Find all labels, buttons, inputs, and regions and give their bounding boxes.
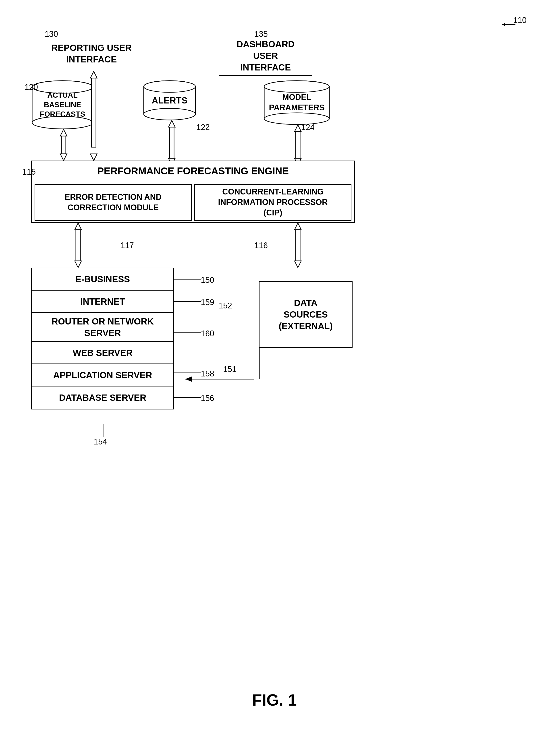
ref-154: 154 xyxy=(94,437,107,446)
model-parameters-cylinder: MODEL PARAMETERS xyxy=(263,80,330,125)
ref-115: 115 xyxy=(22,167,36,177)
arrow-pfe-to-datasources xyxy=(289,223,307,268)
webserver-row: WEB SERVER xyxy=(32,342,173,364)
arrow-model-params-vertical xyxy=(289,125,307,165)
reporting-ui-label: REPORTING USER INTERFACE xyxy=(51,42,132,65)
concurrent-learning-box: CONCURRENT-LEARNING INFORMATION PROCESSO… xyxy=(194,184,352,221)
ref-116: 116 xyxy=(254,241,268,250)
arrow-110 xyxy=(500,20,518,29)
alerts-cylinder: ALERTS xyxy=(143,80,196,120)
svg-marker-35 xyxy=(295,223,301,230)
svg-rect-30 xyxy=(296,132,300,158)
ref-159: 159 xyxy=(201,298,214,307)
svg-marker-1 xyxy=(502,23,505,26)
router-row: ROUTER OR NETWORK SERVER xyxy=(32,313,173,342)
svg-marker-29 xyxy=(295,125,301,132)
actual-baseline-cylinder: ACTUAL BASELINE FORECASTS xyxy=(31,80,94,129)
line-159 xyxy=(174,301,201,302)
svg-marker-25 xyxy=(90,154,97,161)
ref-122: 122 xyxy=(196,123,210,132)
svg-rect-36 xyxy=(296,230,300,261)
concurrent-learning-label: CONCURRENT-LEARNING INFORMATION PROCESSO… xyxy=(218,187,328,218)
router-label: ROUTER OR NETWORK SERVER xyxy=(52,316,154,339)
svg-marker-26 xyxy=(168,120,175,127)
ebusiness-row: E-BUSINESS xyxy=(32,268,173,291)
line-154 xyxy=(103,424,103,437)
svg-marker-22 xyxy=(60,154,67,161)
performance-engine-title: PERFORMANCE FORECASTING ENGINE xyxy=(32,161,354,181)
arrow-alerts-vertical xyxy=(163,120,181,165)
error-detection-label: ERROR DETECTION AND CORRECTION MODULE xyxy=(65,192,162,213)
ebusiness-label: E-BUSINESS xyxy=(75,273,130,285)
arrow-151 xyxy=(181,372,256,386)
ref-156: 156 xyxy=(201,394,214,403)
arrow-actual-baseline-vertical xyxy=(55,129,72,161)
ref-151: 151 xyxy=(223,365,236,374)
svg-rect-24 xyxy=(91,78,96,147)
line-160 xyxy=(174,332,201,333)
ref-150: 150 xyxy=(201,275,214,285)
appserver-label: APPLICATION SERVER xyxy=(53,369,152,381)
line-150 xyxy=(174,279,201,280)
svg-rect-27 xyxy=(169,127,174,158)
ref-152: 152 xyxy=(219,301,232,310)
alerts-label: ALERTS xyxy=(148,90,191,111)
svg-marker-20 xyxy=(60,129,67,136)
svg-rect-33 xyxy=(76,230,80,261)
dashboard-ui-box: DASHBOARD USER INTERFACE xyxy=(219,36,313,76)
ref-120: 120 xyxy=(25,83,38,92)
svg-rect-21 xyxy=(61,136,66,154)
ebusiness-stack: E-BUSINESS INTERNET ROUTER OR NETWORK SE… xyxy=(31,268,174,409)
svg-marker-34 xyxy=(75,261,81,268)
svg-marker-23 xyxy=(90,71,97,78)
ref-117: 117 xyxy=(120,241,134,250)
dbserver-row: DATABASE SERVER xyxy=(32,386,173,409)
line-ds-to-arrow xyxy=(259,348,260,379)
dbserver-label: DATABASE SERVER xyxy=(59,392,146,403)
figure-label: FIG. 1 xyxy=(18,691,531,709)
reporting-ui-box: REPORTING USER INTERFACE xyxy=(45,36,138,71)
performance-engine-box: PERFORMANCE FORECASTING ENGINE ERROR DET… xyxy=(31,161,355,223)
internet-row: INTERNET xyxy=(32,291,173,313)
line-156 xyxy=(174,397,201,398)
dashboard-ui-label: DASHBOARD USER INTERFACE xyxy=(236,38,295,73)
appserver-row: APPLICATION SERVER xyxy=(32,364,173,386)
diagram: 110 REPORTING USER INTERFACE 130 DASHBOA… xyxy=(18,13,531,727)
internet-label: INTERNET xyxy=(80,296,125,307)
data-sources-box: DATA SOURCES (EXTERNAL) xyxy=(259,281,353,348)
ref-135: 135 xyxy=(254,29,268,39)
ref-130: 130 xyxy=(45,29,58,39)
error-detection-box: ERROR DETECTION AND CORRECTION MODULE xyxy=(35,184,192,221)
arrow-pfe-to-ebusiness xyxy=(69,223,87,268)
data-sources-label: DATA SOURCES (EXTERNAL) xyxy=(279,297,333,332)
actual-baseline-label: ACTUAL BASELINE FORECASTS xyxy=(36,86,89,124)
ref-160: 160 xyxy=(201,329,214,338)
model-parameters-label: MODEL PARAMETERS xyxy=(265,88,328,118)
svg-marker-32 xyxy=(75,223,81,230)
svg-marker-37 xyxy=(295,261,301,268)
webserver-label: WEB SERVER xyxy=(73,347,132,359)
svg-marker-45 xyxy=(185,376,192,382)
